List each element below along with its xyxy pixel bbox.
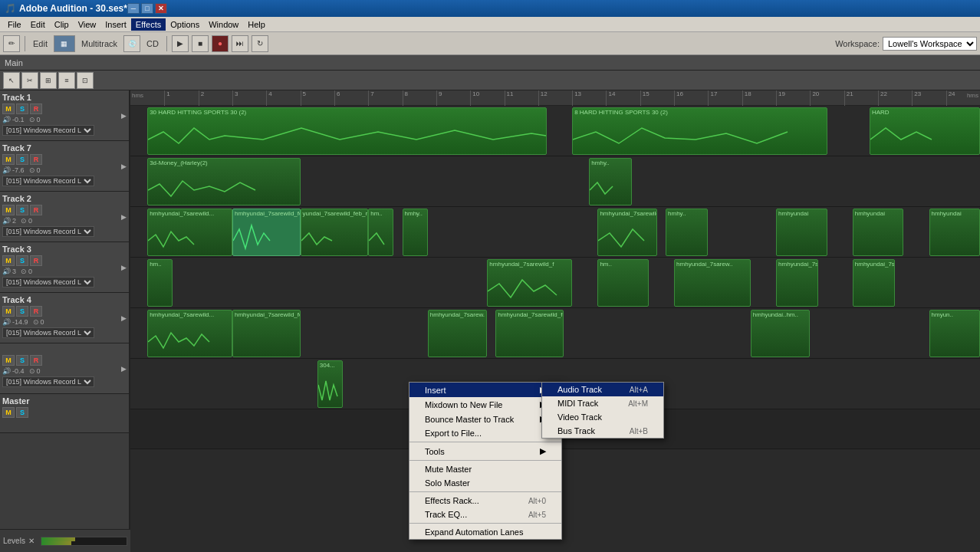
ctx-tools[interactable]: Tools ▶ bbox=[409, 444, 561, 458]
ctx-track-eq-shortcut: Alt+5 bbox=[528, 511, 546, 519]
context-menu: Insert ▶ Mixdown to New File ▶ Bounce Ma… bbox=[409, 382, 562, 540]
ctx-effects-rack-label: Effects Rack... bbox=[425, 496, 479, 505]
ctx-effects-rack[interactable]: Effects Rack... Alt+0 bbox=[409, 494, 561, 508]
ctx-sep-1 bbox=[409, 442, 561, 442]
ctx-sep-4 bbox=[409, 523, 561, 524]
submenu-audio-track-label: Audio Track bbox=[557, 385, 602, 394]
submenu-audio-track-shortcut: Alt+A bbox=[630, 386, 648, 394]
ctx-sep-2 bbox=[409, 460, 561, 461]
ctx-insert-label: Insert bbox=[425, 386, 446, 395]
ctx-effects-rack-shortcut: Alt+0 bbox=[528, 497, 546, 505]
ctx-solo-master[interactable]: Solo Master bbox=[409, 476, 561, 490]
submenu-bus-track-label: Bus Track bbox=[557, 426, 595, 435]
ctx-expand-automation-label: Expand Automation Lanes bbox=[425, 527, 523, 537]
ctx-export-label: Export to File... bbox=[425, 429, 482, 438]
ctx-bounce[interactable]: Bounce Master to Track ▶ bbox=[409, 412, 561, 426]
submenu-video-track-label: Video Track bbox=[557, 412, 602, 422]
submenu-midi-track-label: MIDI Track bbox=[557, 399, 598, 408]
submenu-bus-track-shortcut: Alt+B bbox=[630, 427, 648, 435]
ctx-track-eq[interactable]: Track EQ... Alt+5 bbox=[409, 508, 561, 521]
submenu-video-track[interactable]: Video Track bbox=[542, 410, 663, 424]
ctx-track-eq-label: Track EQ... bbox=[425, 510, 467, 519]
ctx-insert[interactable]: Insert ▶ bbox=[409, 383, 561, 397]
ctx-expand-automation[interactable]: Expand Automation Lanes bbox=[409, 525, 561, 539]
context-menu-overlay[interactable]: Insert ▶ Mixdown to New File ▶ Bounce Ma… bbox=[0, 0, 980, 552]
submenu-bus-track[interactable]: Bus Track Alt+B bbox=[542, 424, 663, 438]
ctx-solo-master-label: Solo Master bbox=[425, 478, 470, 488]
ctx-mute-master-label: Mute Master bbox=[425, 465, 472, 474]
ctx-export[interactable]: Export to File... bbox=[409, 426, 561, 440]
submenu-midi-track-shortcut: Alt+M bbox=[628, 399, 648, 408]
insert-submenu: Audio Track Alt+A MIDI Track Alt+M Video… bbox=[541, 382, 664, 439]
ctx-tools-arrow: ▶ bbox=[540, 446, 546, 456]
ctx-mute-master[interactable]: Mute Master bbox=[409, 462, 561, 476]
ctx-bounce-label: Bounce Master to Track bbox=[425, 415, 514, 424]
submenu-audio-track[interactable]: Audio Track Alt+A bbox=[542, 383, 663, 396]
ctx-sep-3 bbox=[409, 491, 561, 492]
submenu-midi-track[interactable]: MIDI Track Alt+M bbox=[542, 396, 663, 410]
ctx-mixdown-label: Mixdown to New File bbox=[425, 400, 502, 409]
ctx-mixdown[interactable]: Mixdown to New File ▶ bbox=[409, 397, 561, 412]
ctx-tools-label: Tools bbox=[425, 447, 445, 456]
